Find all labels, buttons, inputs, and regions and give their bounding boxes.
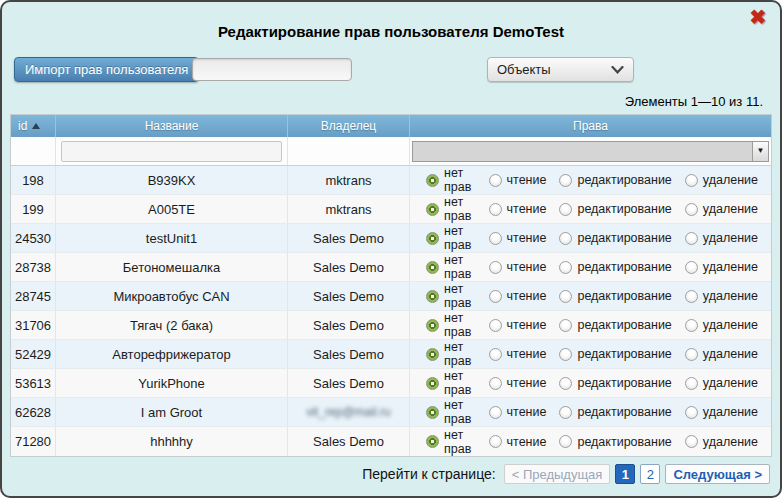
- radio-icon[interactable]: [489, 348, 502, 361]
- radio-icon[interactable]: [685, 232, 698, 245]
- rights-option-0[interactable]: нет прав: [426, 311, 476, 339]
- radio-icon[interactable]: [489, 174, 502, 187]
- radio-icon[interactable]: [489, 435, 502, 448]
- rights-option-1[interactable]: чтение: [489, 289, 547, 303]
- rights-option-2[interactable]: редактирование: [559, 173, 671, 187]
- rights-option-2[interactable]: редактирование: [559, 376, 671, 390]
- cell-id: 28738: [11, 253, 56, 281]
- header-name[interactable]: Название: [56, 115, 288, 137]
- radio-icon[interactable]: [426, 435, 439, 448]
- prev-page-button[interactable]: < Предыдущая: [504, 464, 611, 484]
- page-button-1[interactable]: 1: [615, 464, 635, 484]
- rights-option-2[interactable]: редактирование: [559, 289, 671, 303]
- radio-icon[interactable]: [559, 435, 572, 448]
- radio-icon[interactable]: [559, 261, 572, 274]
- radio-icon[interactable]: [426, 319, 439, 332]
- radio-icon[interactable]: [559, 203, 572, 216]
- rights-option-1[interactable]: чтение: [489, 231, 547, 245]
- rights-option-3[interactable]: удаление: [685, 435, 758, 449]
- rights-option-3[interactable]: удаление: [685, 231, 758, 245]
- rights-option-2[interactable]: редактирование: [559, 347, 671, 361]
- radio-icon[interactable]: [426, 203, 439, 216]
- cell-owner: Sales Demo: [288, 311, 410, 339]
- radio-icon[interactable]: [685, 377, 698, 390]
- rights-option-2[interactable]: редактирование: [559, 435, 671, 449]
- radio-icon[interactable]: [559, 174, 572, 187]
- rights-option-2[interactable]: редактирование: [559, 260, 671, 274]
- rights-option-0[interactable]: нет прав: [426, 195, 476, 223]
- import-user-input[interactable]: [192, 58, 352, 81]
- rights-option-1[interactable]: чтение: [489, 173, 547, 187]
- rights-option-2[interactable]: редактирование: [559, 202, 671, 216]
- radio-icon[interactable]: [685, 261, 698, 274]
- name-filter-input[interactable]: [61, 141, 282, 162]
- radio-icon[interactable]: [685, 290, 698, 303]
- next-page-button[interactable]: Следующая >: [665, 464, 770, 484]
- rights-option-3[interactable]: удаление: [685, 260, 758, 274]
- import-rights-button[interactable]: Импорт прав пользователя: [14, 57, 199, 82]
- rights-option-1[interactable]: чтение: [489, 435, 547, 449]
- radio-option-label: чтение: [507, 289, 547, 303]
- radio-icon[interactable]: [426, 290, 439, 303]
- cell-rights: нет правчтениередактированиеудаление: [410, 195, 771, 223]
- rights-option-1[interactable]: чтение: [489, 347, 547, 361]
- radio-icon[interactable]: [559, 406, 572, 419]
- combo-dropdown-button[interactable]: ▼: [752, 142, 768, 161]
- radio-icon[interactable]: [685, 319, 698, 332]
- rights-option-1[interactable]: чтение: [489, 260, 547, 274]
- radio-icon[interactable]: [489, 377, 502, 390]
- header-rights[interactable]: Права: [410, 115, 771, 137]
- radio-icon[interactable]: [685, 406, 698, 419]
- rights-filter-select[interactable]: ▼: [412, 141, 769, 162]
- header-owner[interactable]: Владелец: [288, 115, 410, 137]
- rights-option-0[interactable]: нет прав: [426, 253, 476, 281]
- radio-icon[interactable]: [559, 348, 572, 361]
- rights-option-0[interactable]: нет прав: [426, 398, 476, 426]
- rights-option-3[interactable]: удаление: [685, 347, 758, 361]
- radio-icon[interactable]: [559, 290, 572, 303]
- rights-option-2[interactable]: редактирование: [559, 405, 671, 419]
- rights-option-0[interactable]: нет прав: [426, 224, 476, 252]
- radio-icon[interactable]: [426, 377, 439, 390]
- rights-option-1[interactable]: чтение: [489, 405, 547, 419]
- page-button-2[interactable]: 2: [640, 464, 660, 484]
- radio-icon[interactable]: [489, 406, 502, 419]
- radio-icon[interactable]: [559, 319, 572, 332]
- radio-icon[interactable]: [685, 348, 698, 361]
- radio-icon[interactable]: [489, 261, 502, 274]
- rights-option-0[interactable]: нет прав: [426, 428, 476, 456]
- radio-icon[interactable]: [426, 348, 439, 361]
- rights-option-0[interactable]: нет прав: [426, 340, 476, 368]
- radio-icon[interactable]: [426, 232, 439, 245]
- rights-option-2[interactable]: редактирование: [559, 231, 671, 245]
- rights-option-1[interactable]: чтение: [489, 318, 547, 332]
- radio-icon[interactable]: [426, 406, 439, 419]
- rights-option-0[interactable]: нет прав: [426, 369, 476, 397]
- entity-type-select[interactable]: Объекты: [487, 57, 634, 82]
- radio-icon[interactable]: [426, 261, 439, 274]
- rights-option-1[interactable]: чтение: [489, 376, 547, 390]
- close-button[interactable]: ✖: [746, 5, 770, 29]
- rights-option-0[interactable]: нет прав: [426, 282, 476, 310]
- radio-icon[interactable]: [685, 435, 698, 448]
- rights-option-3[interactable]: удаление: [685, 318, 758, 332]
- rights-option-2[interactable]: редактирование: [559, 318, 671, 332]
- radio-icon[interactable]: [489, 232, 502, 245]
- radio-icon[interactable]: [426, 174, 439, 187]
- radio-icon[interactable]: [559, 232, 572, 245]
- radio-icon[interactable]: [685, 203, 698, 216]
- radio-icon[interactable]: [685, 174, 698, 187]
- radio-icon[interactable]: [489, 290, 502, 303]
- rights-option-3[interactable]: удаление: [685, 289, 758, 303]
- rights-option-3[interactable]: удаление: [685, 202, 758, 216]
- cell-rights: нет правчтениередактированиеудаление: [410, 253, 771, 281]
- radio-icon[interactable]: [489, 319, 502, 332]
- rights-option-3[interactable]: удаление: [685, 405, 758, 419]
- radio-icon[interactable]: [559, 377, 572, 390]
- rights-option-3[interactable]: удаление: [685, 376, 758, 390]
- rights-option-0[interactable]: нет прав: [426, 166, 476, 194]
- rights-option-3[interactable]: удаление: [685, 173, 758, 187]
- radio-icon[interactable]: [489, 203, 502, 216]
- rights-option-1[interactable]: чтение: [489, 202, 547, 216]
- header-id[interactable]: id: [11, 115, 56, 137]
